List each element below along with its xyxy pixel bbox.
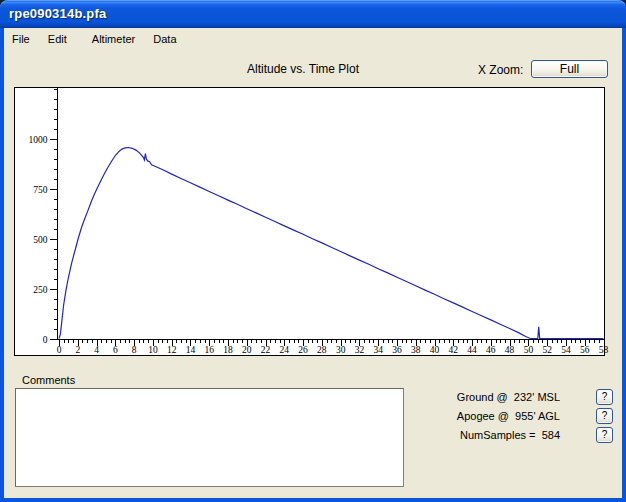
menu-item-file[interactable]: File (5, 31, 37, 47)
svg-text:500: 500 (33, 235, 48, 245)
svg-text:0: 0 (43, 335, 48, 345)
svg-text:6: 6 (113, 345, 118, 355)
svg-text:34: 34 (373, 345, 383, 355)
svg-text:2: 2 (75, 345, 80, 355)
svg-text:46: 46 (486, 345, 496, 355)
xzoom-full-button[interactable]: Full (531, 60, 608, 78)
altitude-chart[interactable]: 0246810121416182022242628303234363840424… (14, 87, 605, 356)
svg-text:40: 40 (430, 345, 440, 355)
comments-label: Comments (22, 374, 75, 386)
svg-text:42: 42 (449, 345, 459, 355)
apogee-help-button[interactable]: ? (596, 408, 613, 424)
svg-text:24: 24 (280, 345, 290, 355)
svg-text:48: 48 (505, 345, 515, 355)
svg-text:38: 38 (411, 345, 421, 355)
menu-item-edit[interactable]: Edit (41, 31, 74, 47)
svg-text:54: 54 (561, 345, 571, 355)
apogee-agl-text: Apogee @ 955' AGL (380, 410, 560, 422)
svg-text:50: 50 (524, 345, 534, 355)
svg-text:14: 14 (186, 345, 196, 355)
comments-textarea[interactable] (15, 388, 404, 487)
menu-item-data[interactable]: Data (146, 31, 183, 47)
svg-text:750: 750 (33, 185, 48, 195)
svg-text:20: 20 (242, 345, 252, 355)
xzoom-label: X Zoom: (478, 63, 523, 77)
menu-bar: File Edit Altimeter Data (4, 28, 622, 48)
ground-help-button[interactable]: ? (596, 389, 613, 405)
svg-text:8: 8 (132, 345, 137, 355)
title-bar[interactable]: rpe090314b.pfa (0, 0, 626, 28)
svg-text:36: 36 (392, 345, 402, 355)
svg-text:250: 250 (33, 285, 48, 295)
svg-text:22: 22 (261, 345, 271, 355)
svg-text:30: 30 (336, 345, 346, 355)
app-window: rpe090314b.pfa File Edit Altimeter Data … (0, 0, 626, 502)
svg-text:32: 32 (355, 345, 365, 355)
ground-msl-text: Ground @ 232' MSL (380, 391, 560, 403)
svg-text:58: 58 (599, 345, 609, 355)
svg-text:44: 44 (467, 345, 477, 355)
svg-text:1000: 1000 (29, 135, 48, 145)
altitude-chart-svg[interactable]: 0246810121416182022242628303234363840424… (15, 88, 604, 355)
window-title: rpe090314b.pfa (9, 6, 106, 21)
svg-text:4: 4 (94, 345, 99, 355)
svg-text:52: 52 (542, 345, 552, 355)
svg-text:0: 0 (57, 345, 62, 355)
numsamples-text: NumSamples = 584 (380, 429, 560, 441)
svg-text:16: 16 (204, 345, 214, 355)
svg-text:18: 18 (223, 345, 233, 355)
svg-text:26: 26 (298, 345, 308, 355)
svg-text:10: 10 (148, 345, 158, 355)
numsamples-help-button[interactable]: ? (596, 427, 613, 443)
svg-text:12: 12 (167, 345, 177, 355)
svg-text:28: 28 (317, 345, 327, 355)
menu-item-altimeter[interactable]: Altimeter (85, 31, 142, 47)
svg-text:56: 56 (580, 345, 590, 355)
